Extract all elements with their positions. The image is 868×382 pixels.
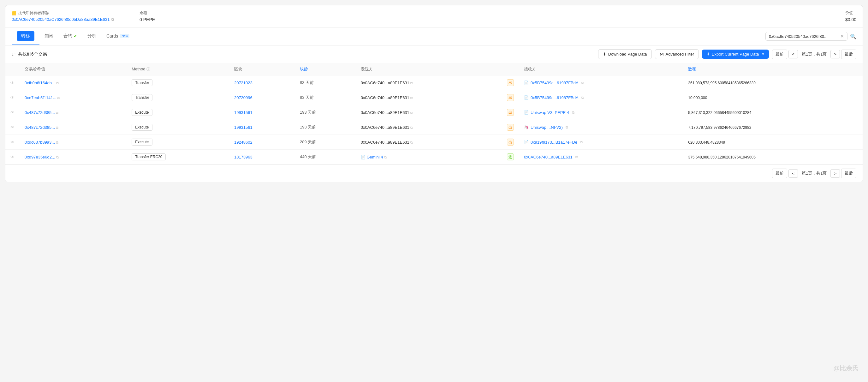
advanced-filter-button[interactable]: ⋈ Advanced Filter [655,49,699,59]
table-row: 👁0x487c72d385...⧉Execute19931561193 天前0x… [5,105,863,120]
row-method-cell: Transfer ERC20 [127,150,229,165]
eye-icon[interactable]: 👁 [10,140,14,145]
receiver-link[interactable]: Uniswap ...NI-V2) [531,125,563,130]
hash-copy-icon[interactable]: ⧉ [55,125,59,130]
receiver-link[interactable]: Uniswap V3: PEPE 4 [531,110,569,115]
knowledge-label: 知讯 [44,33,53,39]
sender-link[interactable]: Gemini 4 [367,155,383,159]
hash-link[interactable]: 0xd97e35e6d2... [25,155,55,159]
receiver-copy-icon[interactable]: ⧉ [575,155,579,159]
hash-copy-icon[interactable]: ⧉ [55,81,60,85]
receiver-link[interactable]: 0x0AC6e740...a89E1E631 [524,155,572,159]
tab-transfer[interactable]: 转移 [12,27,39,45]
receiver-link[interactable]: 0x5B75499c...61987FBdA [531,81,579,85]
bottom-page-last-button[interactable]: 最后 [841,169,856,178]
export-icon: ⬇ [706,52,710,57]
filter-section: 🟨 按代币持有者筛选 0x0AC6e740520540aC7626f80d0bD… [12,10,114,22]
row-receiver-cell: 📄0x5B75499c...61987FBdA⧉ [519,76,683,90]
address-link[interactable]: 0x0AC6e740520540aC7626f80d0bDa88aa89E1E6… [12,17,110,22]
filter-wave-icon: ⋈ [660,52,664,57]
receiver-copy-icon[interactable]: ⧉ [581,81,585,85]
hash-link[interactable]: 0xdc637b89a3... [25,140,55,145]
method-badge: Execute [132,124,152,131]
tab-contract[interactable]: 合约 ✔ [58,29,82,43]
sender-doc-icon: 📄 [361,155,366,159]
hash-link[interactable]: 0xfb0b6f164eb... [25,81,55,85]
eye-icon[interactable]: 👁 [10,95,14,100]
download-page-data-button[interactable]: ⬇ Download Page Data [598,49,652,59]
row-hash-cell: 0xfb0b6f164eb...⧉ [20,76,127,90]
hash-link[interactable]: 0x487c72d385... [25,110,55,115]
row-direction-cell: 出 [502,135,519,150]
tabs-bar: 转移 知讯 合约 ✔ 分析 Cards New ✕ 🔍 [5,27,863,46]
filter-icon: 🟨 [12,11,17,16]
transactions-table: 交易哈希值 Method ⓘ 区块 块龄 发送方 接收方 数额 👁0xfb0b6… [5,63,863,165]
sender-copy-icon[interactable]: ⧉ [409,111,414,115]
block-link[interactable]: 20721023 [234,81,252,85]
search-clear-icon[interactable]: ✕ [840,34,844,39]
block-link[interactable]: 19931561 [234,125,252,130]
receiver-link[interactable]: 0x919f9173...B1a17eFDe [531,140,577,145]
page-next-button[interactable]: > [831,50,840,58]
tab-analysis[interactable]: 分析 [82,29,101,43]
hash-copy-icon[interactable]: ⧉ [55,140,59,145]
tab-cards[interactable]: Cards New [101,30,134,43]
table-row: 👁0xdc637b89a3...⧉Execute19248602289 天前0x… [5,135,863,150]
row-method-cell: Execute [127,105,229,120]
eye-icon[interactable]: 👁 [10,110,14,115]
search-box[interactable]: ✕ [766,32,847,41]
receiver-copy-icon[interactable]: ⧉ [581,95,585,100]
row-amount-cell: 10,000,000 [683,90,863,105]
page-prev-button[interactable]: < [788,50,798,58]
hash-copy-icon[interactable]: ⧉ [56,96,61,100]
block-link[interactable]: 19931561 [234,110,252,115]
hash-copy-icon[interactable]: ⧉ [55,155,60,159]
search-trigger-icon[interactable]: 🔍 [850,33,856,39]
sender-copy-icon[interactable]: ⧉ [409,140,414,145]
age-text: 83 天前 [300,95,314,100]
address-copy-icon[interactable]: ⧉ [112,18,114,22]
table-row: 👁0xd97e35e6d2...⧉Transfer ERC20181739634… [5,150,863,165]
amount-text: 375,648,988,350.128628187641949605 [688,155,756,159]
row-direction-cell: 出 [502,90,519,105]
eye-icon[interactable]: 👁 [10,81,14,85]
bottom-page-first-button[interactable]: 最前 [772,169,787,178]
sender-copy-icon[interactable]: ⧉ [409,96,414,100]
row-block-cell: 19931561 [229,105,295,120]
col-hash: 交易哈希值 [20,63,127,76]
export-current-page-button[interactable]: ⬇ Export Current Page Data ▼ [702,50,769,59]
receiver-copy-icon[interactable]: ⧉ [565,125,569,130]
receiver-link[interactable]: 0x5B75499c...61987FBdA [531,95,579,100]
value-label: 价值 [845,10,856,16]
receiver-copy-icon[interactable]: ⧉ [571,110,576,115]
bottom-page-prev-button[interactable]: < [788,169,798,178]
direction-badge: 出 [507,139,514,146]
method-badge: Execute [132,109,152,116]
hash-link[interactable]: 0xe7eab5f1141... [25,95,56,100]
transfer-btn[interactable]: 转移 [17,31,34,41]
contract-check-icon: ✔ [73,33,77,38]
row-eye-cell: 👁 [5,120,20,135]
search-input[interactable] [769,34,838,39]
eye-icon[interactable]: 👁 [10,155,14,159]
amount-text: 10,000,000 [688,96,707,100]
block-link[interactable]: 18173963 [234,155,252,159]
hash-link[interactable]: 0x487c72d385... [25,125,55,130]
tab-knowledge[interactable]: 知讯 [39,29,58,43]
sender-copy-icon[interactable]: ⧉ [409,125,414,130]
sender-copy-icon[interactable]: ⧉ [383,155,388,159]
download-label: Download Page Data [608,52,647,57]
sort-icon[interactable]: ↓↑ [12,52,16,57]
sender-copy-icon[interactable]: ⧉ [409,81,414,85]
hash-copy-icon[interactable]: ⧉ [55,111,59,115]
method-badge: Transfer [132,94,152,101]
page-last-button[interactable]: 最后 [841,50,856,59]
sender-text: 0x0AC6e740...a89E1E631 [361,125,409,130]
receiver-copy-icon[interactable]: ⧉ [579,140,584,145]
page-first-button[interactable]: 最前 [772,50,787,59]
block-link[interactable]: 19248602 [234,140,252,145]
bottom-page-next-button[interactable]: > [831,169,840,178]
eye-icon[interactable]: 👁 [10,125,14,130]
method-info-icon[interactable]: ⓘ [147,67,150,71]
block-link[interactable]: 20720996 [234,95,252,100]
